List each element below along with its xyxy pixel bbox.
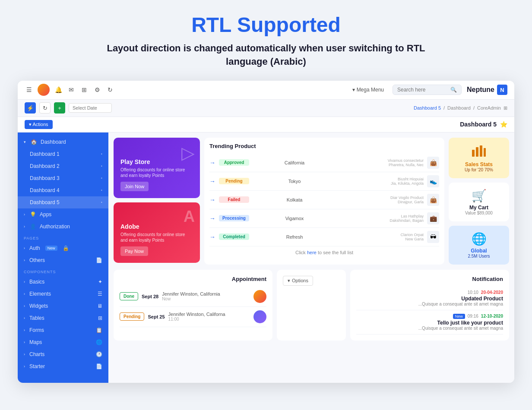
sidebar-label: Dashboard <box>41 139 66 145</box>
adobe-icon: A <box>184 208 195 226</box>
actions-button[interactable]: ▾ Actions <box>25 120 53 129</box>
location: Tokyo <box>253 179 336 184</box>
cart-title: My Cart <box>453 205 505 211</box>
cart-icon: 🛒 <box>453 189 505 203</box>
dashboard-title: Dashboard 5 <box>460 121 497 128</box>
avatar <box>38 84 50 96</box>
location: California <box>253 160 336 165</box>
product-info: Biusht Hiopuiai Jia, Kilukta, Angola <box>340 177 424 186</box>
sidebar-item-dashboard5[interactable]: Dashboard 5 • <box>18 196 108 208</box>
sidebar-item-basics[interactable]: › Basics ✦ <box>18 276 108 288</box>
pay-now-button[interactable]: Pay Now <box>120 246 148 256</box>
chevron-icon: › <box>24 212 25 217</box>
sidebar-label: Forms <box>29 327 44 333</box>
page-title: RTL Supported <box>191 13 341 37</box>
list-item: Pending Sept 25 Jennifer Winston, Califo… <box>120 307 266 327</box>
mega-menu-btn[interactable]: ▾ Mega Menu <box>349 85 387 95</box>
sidebar-item-dashboard4[interactable]: Dashboard 4 • <box>18 184 108 196</box>
sidebar-item-widgets[interactable]: › Widgets 🖥 <box>18 300 108 312</box>
mail-icon[interactable]: ✉ <box>67 85 76 94</box>
options-button[interactable]: ▾ Options <box>283 276 313 286</box>
grid-icon-small[interactable]: ⊞ <box>504 105 507 111</box>
promo-card-desc: Offering discounts for online store and … <box>120 167 193 178</box>
date-input[interactable] <box>69 103 112 113</box>
sidebar-item-dashboard1[interactable]: Dashboard 1 • <box>18 148 108 160</box>
grid-icon[interactable]: ⊞ <box>80 85 89 94</box>
second-bar: ⚡ ↻ + Dashboard 5 / Dashboard / CoreAdmi… <box>18 100 514 117</box>
sidebar-item-charts[interactable]: › Charts 🕐 <box>18 348 108 360</box>
sidebar-label: Charts <box>29 351 44 357</box>
product-image: 👜 <box>427 157 439 169</box>
options-card: ▾ Options <box>277 270 346 341</box>
svg-rect-3 <box>484 148 486 157</box>
apt-date: Sept 28 <box>142 294 158 299</box>
status-badge: Failed <box>219 196 249 203</box>
breadcrumb-dashboard5[interactable]: Dashboard 5 <box>414 105 441 110</box>
sidebar-item-starter[interactable]: › Starter 📄 <box>18 360 108 372</box>
refresh-btn[interactable]: ↻ <box>39 102 51 114</box>
apt-person: Jennifer Winston, Californa 11:00 <box>168 312 225 322</box>
search-icon: 🔍 <box>450 87 457 93</box>
dashboard-title-bar: ▾ Actions Dashboard 5 ⭐ <box>18 117 514 132</box>
svg-rect-0 <box>472 150 475 157</box>
appointment-card: Appointment Done Sept 28 Jennifer Winsto… <box>114 270 272 341</box>
sidebar-item-dashboard3[interactable]: Dashboard 3 • <box>18 172 108 184</box>
sidebar-item-apps[interactable]: › 💡 Apps <box>18 208 108 221</box>
arrow-icon: → <box>209 215 215 222</box>
add-btn[interactable]: + <box>54 102 65 114</box>
refresh-icon[interactable]: ↻ <box>106 85 114 94</box>
chevron-icon: › <box>24 304 25 308</box>
menu-icon[interactable]: ☰ <box>25 85 33 94</box>
settings-icon[interactable]: ⚙ <box>93 85 101 94</box>
breadcrumb: Dashboard 5 / Dashboard / CoreAdmin ⊞ <box>414 105 507 111</box>
avatar <box>253 310 266 323</box>
filter-btn[interactable]: ⚡ <box>25 102 36 114</box>
sidebar-item-auth[interactable]: › Auth New 🔒 <box>18 242 108 254</box>
chevron-icon: › <box>24 280 25 284</box>
svg-rect-2 <box>480 145 482 157</box>
chevron-icon: › <box>24 328 25 332</box>
global-sub: 2.5M Users <box>453 254 505 259</box>
notif-desc: ...Quisque a consequat ante sit amet mag… <box>356 302 503 306</box>
sidebar-item-others[interactable]: › Others 📄 <box>18 254 108 266</box>
list-item: Done Sept 28 Jennifer Winston, Californi… <box>120 287 266 307</box>
table-row: → Processing Vigamox Las Hathplay Dakshi… <box>209 209 439 228</box>
join-now-button[interactable]: Join Now <box>120 182 149 191</box>
breadcrumb-sep1: / <box>443 105 445 110</box>
neptune-logo: Neptune N <box>467 85 507 95</box>
promo-card-desc: Offering discounts for online store and … <box>120 232 193 243</box>
list-item: 10:10 20-04-2020 Updated Product ...Quis… <box>356 287 503 310</box>
apt-status-pending: Pending <box>120 312 144 321</box>
sidebar-item-maps[interactable]: › Maps 🌐 <box>18 336 108 348</box>
svg-rect-1 <box>476 147 478 157</box>
notif-desc: ...Quisque a consequat ante sit amet mag… <box>356 326 503 331</box>
apps-icon: 💡 <box>29 211 36 218</box>
maps-icon: 🌐 <box>96 339 102 345</box>
sidebar-label: Tables <box>29 315 44 321</box>
doc-icon: 📄 <box>96 257 102 263</box>
sidebar-label: Dashboard 2 <box>30 163 60 169</box>
star-icon[interactable]: ⭐ <box>500 121 507 128</box>
notif-time: 10:10 <box>468 290 478 295</box>
sidebar-item-dashboard[interactable]: ▾ 🏠 Dashboard <box>18 136 108 148</box>
click-here-link[interactable]: here <box>307 250 317 255</box>
trending-header: Trending Product <box>209 143 439 149</box>
widgets-icon: 🖥 <box>97 303 102 309</box>
sidebar-item-dashboard2[interactable]: Dashboard 2 • <box>18 160 108 172</box>
left-cards: ▷ Play Store Offering discounts for onli… <box>114 138 200 265</box>
auth-icon: 👤 <box>29 224 36 230</box>
sidebar-label: Apps <box>40 211 51 218</box>
search-input[interactable] <box>397 87 448 93</box>
sidebar-item-authorization[interactable]: › 👤 Authorization <box>18 221 108 233</box>
chevron-icon: › <box>24 224 25 229</box>
sidebar-item-forms[interactable]: › Forms 📋 <box>18 324 108 336</box>
search-bar[interactable]: 🔍 <box>393 85 462 95</box>
location: Refresh <box>253 234 336 240</box>
breadcrumb-coreadmin: CoreAdmin <box>477 105 501 110</box>
avatar <box>253 290 266 303</box>
sidebar-item-elements[interactable]: › Elements ☰ <box>18 288 108 300</box>
sidebar-item-tables[interactable]: › Tables ⊞ <box>18 312 108 324</box>
tables-icon: ⊞ <box>98 315 102 321</box>
product-info: Las Hathplay Dakshindari, Bagan <box>340 214 424 223</box>
bell-icon[interactable]: 🔔 <box>54 85 63 94</box>
